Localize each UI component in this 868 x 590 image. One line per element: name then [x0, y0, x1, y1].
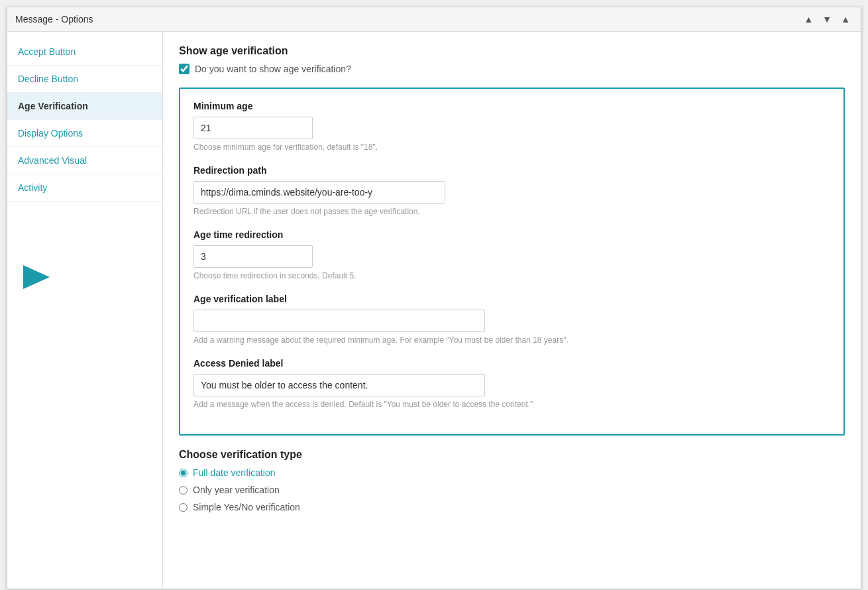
sidebar-item-activity[interactable]: Activity [7, 174, 162, 202]
radio-simple-yes-no-input[interactable] [179, 503, 188, 512]
arrow-indicator [7, 255, 162, 300]
access-denied-label-hint: Add a message when the access is denied.… [193, 400, 830, 409]
radio-only-year-label: Only year verification [193, 485, 280, 495]
radio-only-year-input[interactable] [179, 486, 188, 495]
show-age-checkbox-label: Do you want to show age verification? [195, 64, 351, 74]
age-verification-label-label: Age verification label [193, 294, 830, 304]
age-verification-label-input[interactable] [193, 310, 485, 332]
verification-type-radio-group: Full date verification Only year verific… [179, 467, 845, 512]
access-denied-label-label: Access Denied label [193, 358, 830, 369]
collapse-icon[interactable]: ▲ [801, 13, 816, 26]
radio-full-date-input[interactable] [179, 469, 188, 477]
verification-type-section: Choose verification type Full date verif… [179, 449, 845, 512]
radio-full-date[interactable]: Full date verification [179, 467, 845, 478]
show-age-checkbox[interactable] [179, 64, 190, 74]
right-arrow-icon [23, 265, 50, 289]
redirection-path-hint: Redirection URL if the user does not pas… [193, 207, 830, 216]
minimum-age-label: Minimum age [193, 101, 830, 111]
show-age-section: Show age verification Do you want to sho… [179, 45, 845, 74]
sidebar-item-age-verification[interactable]: Age Verification [7, 93, 162, 120]
age-verification-label-hint: Add a warning message about the required… [193, 335, 830, 345]
access-denied-label-group: Access Denied label Add a message when t… [193, 358, 830, 409]
age-time-redirection-hint: Choose time redirection in seconds, Defa… [193, 271, 830, 280]
sidebar-item-decline-button[interactable]: Decline Button [7, 66, 162, 93]
sidebar-item-display-options[interactable]: Display Options [7, 120, 162, 147]
sidebar-item-advanced-visual[interactable]: Advanced Visual [7, 147, 162, 174]
show-age-title: Show age verification [179, 45, 845, 57]
expand-icon[interactable]: ▼ [820, 13, 834, 26]
content-area: Show age verification Do you want to sho… [163, 32, 861, 589]
radio-only-year[interactable]: Only year verification [179, 485, 845, 495]
access-denied-label-input[interactable] [193, 374, 485, 396]
age-time-redirection-input[interactable] [193, 245, 313, 268]
show-age-checkbox-row: Do you want to show age verification? [179, 64, 845, 74]
age-verification-label-group: Age verification label Add a warning mes… [193, 294, 830, 345]
resize-icon[interactable]: ▲ [838, 13, 853, 26]
radio-simple-yes-no-label: Simple Yes/No verification [193, 502, 300, 512]
title-bar: Message - Options ▲ ▼ ▲ [7, 7, 861, 32]
verification-type-title: Choose verification type [179, 449, 845, 461]
main-window: Message - Options ▲ ▼ ▲ Accept Button De… [7, 7, 861, 589]
age-time-redirection-group: Age time redirection Choose time redirec… [193, 229, 830, 280]
minimum-age-input[interactable] [193, 117, 313, 139]
main-layout: Accept Button Decline Button Age Verific… [7, 32, 861, 589]
age-time-redirection-label: Age time redirection [193, 229, 830, 240]
radio-simple-yes-no[interactable]: Simple Yes/No verification [179, 502, 845, 512]
minimum-age-hint: Choose minimum age for verification, def… [193, 143, 830, 152]
age-settings-box: Minimum age Choose minimum age for verif… [179, 88, 845, 436]
redirection-path-group: Redirection path Redirection URL if the … [193, 165, 830, 216]
redirection-path-input[interactable] [193, 181, 445, 204]
sidebar: Accept Button Decline Button Age Verific… [7, 32, 163, 589]
minimum-age-group: Minimum age Choose minimum age for verif… [193, 101, 830, 152]
radio-full-date-label: Full date verification [193, 467, 276, 478]
redirection-path-label: Redirection path [193, 165, 830, 176]
window-controls: ▲ ▼ ▲ [801, 13, 853, 26]
window-title: Message - Options [15, 14, 93, 25]
sidebar-item-accept-button[interactable]: Accept Button [7, 38, 162, 66]
